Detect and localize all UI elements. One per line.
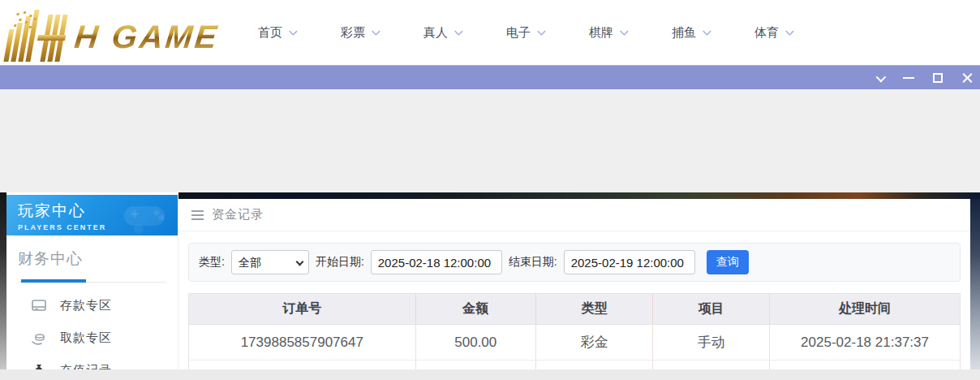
close-icon[interactable] <box>961 71 974 84</box>
main-panel: 资金记录 类型: 全部 开始日期: 结束日期: 查询 <box>178 199 970 380</box>
minimize-icon[interactable] <box>902 71 915 84</box>
cell-order-no: 1739885857907647 <box>189 325 416 361</box>
panel-right-edge <box>970 199 980 380</box>
collapse-chevron-icon[interactable] <box>873 71 886 84</box>
site-header: H GAME 首页 彩票 真人 电子 棋牌 <box>0 0 980 65</box>
chevron-down-icon <box>454 27 463 36</box>
chevron-down-icon <box>703 27 711 36</box>
player-center-panel: 玩家中心 PLAYERS CENTER 财务中心 <box>0 192 980 380</box>
cell-amount: 500.00 <box>415 325 535 361</box>
col-header-item: 项目 <box>653 294 770 325</box>
main-nav: 首页 彩票 真人 电子 棋牌 捕鱼 <box>258 0 792 65</box>
menu-burger-icon[interactable] <box>191 210 204 220</box>
panel-top-edge <box>178 192 980 199</box>
type-label: 类型: <box>199 255 225 270</box>
content-background <box>0 89 980 192</box>
bottom-strip <box>0 369 980 380</box>
type-select[interactable]: 全部 <box>231 250 309 274</box>
end-date-input[interactable] <box>564 250 695 274</box>
window-controls <box>873 66 974 90</box>
nav-item-home[interactable]: 首页 <box>258 25 295 41</box>
chevron-down-icon <box>289 27 298 36</box>
page-title: 资金记录 <box>212 207 264 222</box>
chevron-down-icon <box>372 27 380 36</box>
panel-left-edge <box>0 192 6 380</box>
logo-dots-decoration <box>11 11 53 36</box>
gamepad-icon <box>119 198 171 234</box>
table-header-row: 订单号 金额 类型 项目 处理时间 <box>189 294 961 325</box>
sidebar-section: 财务中心 <box>6 235 178 283</box>
page-header: 资金记录 <box>178 199 970 231</box>
records-table: 订单号 金额 类型 项目 处理时间 1739885857907647 500.0… <box>188 293 961 377</box>
nav-item-fishing[interactable]: 捕鱼 <box>672 25 709 41</box>
nav-item-slots[interactable]: 电子 <box>506 25 544 41</box>
chevron-down-icon <box>537 27 546 36</box>
col-header-amount: 金额 <box>415 294 535 325</box>
sidebar-item-deposit[interactable]: 存款专区 <box>6 289 178 322</box>
sidebar-section-title: 财务中心 <box>18 248 166 270</box>
end-date-label: 结束日期: <box>509 255 557 270</box>
cell-type: 彩金 <box>535 325 653 361</box>
withdraw-hand-icon <box>31 330 47 346</box>
sidebar-menu: 存款专区 取款专区 + 充值记录 <box>6 289 178 380</box>
nav-item-live[interactable]: 真人 <box>423 25 461 41</box>
chevron-down-icon <box>620 27 629 36</box>
sidebar: 玩家中心 PLAYERS CENTER 财务中心 <box>6 192 178 380</box>
col-header-process-time: 处理时间 <box>770 294 961 325</box>
logo-decoration <box>3 10 71 62</box>
cell-process-time: 2025-02-18 21:37:37 <box>770 325 961 361</box>
chevron-down-icon <box>785 27 794 36</box>
start-date-input[interactable] <box>371 250 502 274</box>
app-window: H GAME 首页 彩票 真人 电子 棋牌 <box>0 0 980 380</box>
col-header-order-no: 订单号 <box>189 294 416 325</box>
type-select-wrap: 全部 <box>231 250 309 274</box>
logo: H GAME <box>8 5 219 62</box>
filter-bar: 类型: 全部 开始日期: 结束日期: 查询 <box>188 243 961 282</box>
maximize-icon[interactable] <box>931 71 944 84</box>
window-titlebar <box>0 65 980 89</box>
section-divider <box>18 279 166 283</box>
logo-text: H GAME <box>72 11 222 62</box>
col-header-type: 类型 <box>535 294 653 325</box>
nav-item-chess[interactable]: 棋牌 <box>589 25 626 41</box>
nav-item-sports[interactable]: 体育 <box>754 25 792 41</box>
start-date-label: 开始日期: <box>316 255 364 270</box>
table-row: 1739885857907647 500.00 彩金 手动 2025-02-18… <box>189 325 961 361</box>
sidebar-item-withdraw[interactable]: 取款专区 <box>6 322 178 354</box>
nav-item-lottery[interactable]: 彩票 <box>341 25 378 41</box>
deposit-card-icon <box>31 297 47 313</box>
query-button[interactable]: 查询 <box>707 250 749 274</box>
cell-item: 手动 <box>653 325 770 361</box>
sidebar-header: 玩家中心 PLAYERS CENTER <box>6 195 178 235</box>
